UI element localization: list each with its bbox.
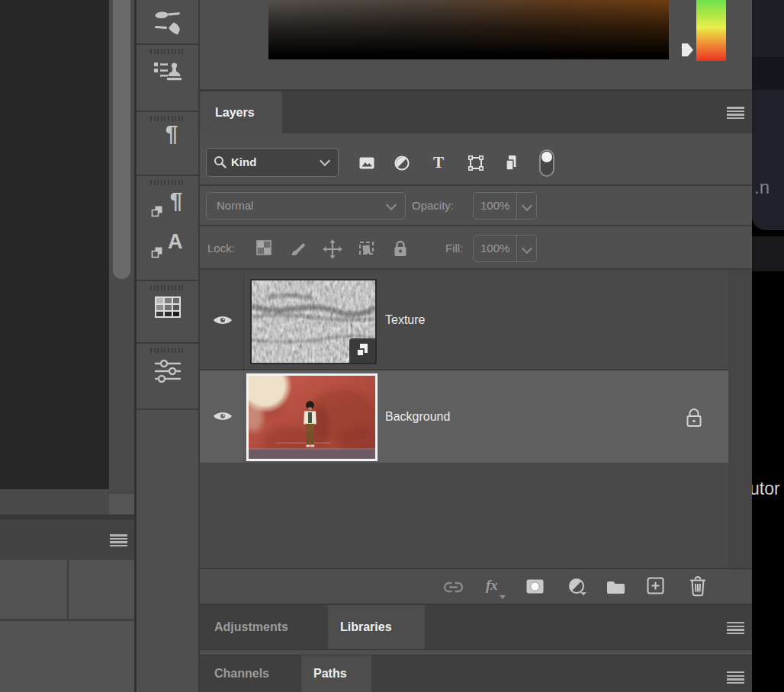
- dock-cell-paragraph[interactable]: ¶: [137, 112, 198, 176]
- add-layer-mask-icon[interactable]: [526, 579, 544, 594]
- tab-libraries-label: Libraries: [340, 620, 392, 633]
- adjustment-layer-filter-icon[interactable]: [393, 154, 411, 172]
- link-layers-icon[interactable]: [443, 581, 464, 594]
- new-adjustment-layer-icon[interactable]: [568, 578, 590, 597]
- tab-adjustments[interactable]: Adjustments: [214, 605, 288, 649]
- swatches-grid-icon[interactable]: [154, 296, 182, 319]
- dock-cell-sliders[interactable]: [137, 344, 198, 410]
- layers-tab-bar: Layers: [200, 91, 752, 133]
- kind-dropdown-value: Kind: [231, 149, 256, 175]
- background-layer-thumbnail[interactable]: [246, 373, 378, 461]
- hue-slider-arrow-icon[interactable]: [682, 43, 693, 56]
- tab-layers-label: Layers: [215, 106, 255, 119]
- tab-paths[interactable]: Paths: [301, 655, 371, 692]
- lock-image-pixels-icon[interactable]: [290, 239, 308, 258]
- delete-layer-icon[interactable]: [689, 575, 707, 597]
- layer-row-divider: [200, 369, 728, 370]
- panel-column: Layers Kind T: [200, 0, 752, 692]
- tab-paths-label: Paths: [313, 667, 347, 680]
- type-layer-filter-icon[interactable]: T: [433, 153, 444, 171]
- texture-layer-thumbnail[interactable]: [250, 279, 377, 364]
- color-saturation-brightness-field[interactable]: [268, 0, 669, 59]
- background-text-strip: utor: [752, 236, 784, 271]
- pixel-layer-filter-icon[interactable]: [358, 154, 376, 172]
- panel-menu-icon[interactable]: [110, 534, 127, 546]
- clone-source-icon[interactable]: [153, 59, 182, 85]
- dock-cell-type-styles[interactable]: ¶ A: [137, 176, 198, 281]
- panel-divider: [200, 225, 752, 226]
- opacity-label: Opacity:: [412, 192, 454, 219]
- tab-layers[interactable]: Layers: [200, 91, 282, 133]
- character-styles-icon[interactable]: A: [151, 229, 185, 260]
- tab-libraries[interactable]: Libraries: [328, 605, 425, 649]
- chevron-down-icon[interactable]: [522, 200, 532, 211]
- smart-object-badge-icon: [355, 342, 371, 359]
- valbox-divider: [516, 193, 518, 219]
- layer-locked-icon[interactable]: [686, 407, 702, 428]
- smart-object-filter-icon[interactable]: [503, 154, 521, 172]
- background-card: [752, 90, 784, 230]
- lock-transparent-pixels-icon[interactable]: [255, 239, 272, 256]
- fill-value-box[interactable]: 100%: [473, 235, 537, 262]
- visibility-eye-icon[interactable]: [211, 312, 234, 328]
- panel-divider: [0, 619, 134, 621]
- smart-object-badge: [349, 338, 375, 363]
- blend-mode-dropdown[interactable]: Normal: [206, 192, 406, 219]
- layers-footer-toolbar: [200, 569, 752, 604]
- dock-grip[interactable]: [150, 285, 185, 290]
- dock-grip[interactable]: [150, 180, 185, 185]
- fill-value: 100%: [480, 235, 509, 261]
- canvas-pasteboard: [0, 0, 109, 489]
- hue-ramp[interactable]: [696, 0, 726, 61]
- blend-mode-value: Normal: [217, 193, 253, 218]
- dock-empty: [137, 410, 198, 692]
- background-text-fragment: .n: [754, 177, 770, 198]
- new-group-icon[interactable]: [606, 580, 625, 594]
- collapsed-panels-dock: ¶ ¶ A: [137, 0, 198, 692]
- layer-effects-icon[interactable]: fx: [486, 577, 498, 594]
- chevron-down-icon[interactable]: [522, 243, 532, 254]
- layer-name-background[interactable]: Background: [385, 370, 450, 463]
- paragraph-icon[interactable]: ¶: [151, 121, 185, 152]
- visibility-eye-icon[interactable]: [211, 408, 234, 424]
- lock-label: Lock:: [207, 235, 235, 262]
- bottom-left-panel-header: [0, 520, 134, 560]
- opacity-value-box[interactable]: 100%: [473, 192, 537, 219]
- chevron-down-icon: [500, 595, 506, 599]
- tab-channels[interactable]: Channels: [214, 655, 269, 692]
- panel-divider: [67, 560, 69, 620]
- dock-cell-swatches[interactable]: [137, 281, 198, 344]
- layer-filter-kind-dropdown[interactable]: Kind: [206, 148, 339, 177]
- dock-grip[interactable]: [150, 348, 185, 353]
- canvas-scrollbar-track[interactable]: [109, 0, 134, 489]
- panel-divider: [200, 184, 752, 186]
- paths-panel-menu-icon[interactable]: [727, 671, 744, 684]
- panel-content-sliver: [200, 649, 752, 655]
- opacity-value: 100%: [480, 193, 509, 218]
- lock-artboard-nesting-icon[interactable]: [357, 239, 377, 258]
- lock-position-icon[interactable]: [323, 239, 342, 259]
- dock-cell-clone-source[interactable]: [137, 45, 198, 112]
- fill-label: Fill:: [445, 235, 463, 262]
- new-layer-icon[interactable]: [647, 577, 664, 594]
- dock-grip[interactable]: [150, 49, 185, 54]
- layers-panel-menu-icon[interactable]: [727, 107, 744, 119]
- dock-cell-brush-settings[interactable]: [137, 0, 198, 45]
- panel-divider: [0, 514, 134, 520]
- shape-layer-filter-icon[interactable]: [467, 154, 485, 172]
- background-text-fragment: utor: [752, 479, 780, 499]
- canvas-scrollbar-thumb[interactable]: [113, 0, 130, 279]
- styles-squares-icon: [151, 246, 163, 258]
- background-window-area: [752, 0, 784, 57]
- lock-all-icon[interactable]: [392, 239, 409, 258]
- brush-settings-icon[interactable]: [153, 8, 183, 35]
- toggle-ball: [541, 152, 552, 162]
- person-red-wall-photo: [249, 376, 375, 459]
- libraries-panel-menu-icon[interactable]: [727, 622, 744, 634]
- sliders-icon[interactable]: [153, 357, 182, 385]
- layer-name-texture[interactable]: Texture: [385, 271, 425, 370]
- layer-filtering-toggle[interactable]: [539, 149, 554, 177]
- paragraph-styles-icon[interactable]: ¶: [151, 188, 185, 219]
- layers-list-gutter: [728, 270, 752, 568]
- eye-column-divider: [243, 270, 244, 463]
